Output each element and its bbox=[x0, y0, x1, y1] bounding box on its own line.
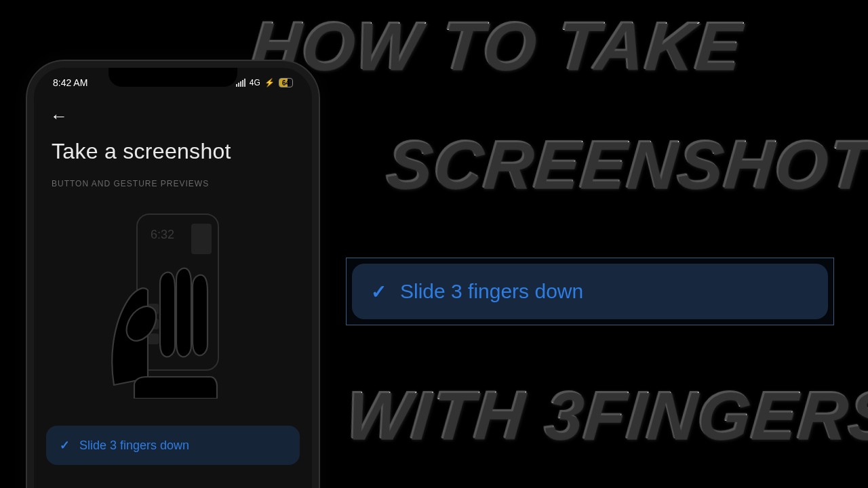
preview-clock: 6:32 bbox=[151, 228, 174, 242]
status-right: 4G ⚡ 64 bbox=[236, 78, 293, 87]
svg-rect-10 bbox=[148, 333, 159, 344]
back-arrow-icon[interactable]: ← bbox=[50, 106, 68, 127]
page-title: Take a screenshot bbox=[34, 132, 312, 176]
thumbnail-title-line3: WITH 3FINGERS bbox=[342, 376, 868, 454]
battery-icon: 64 bbox=[279, 78, 293, 87]
lightning-icon: ⚡ bbox=[264, 78, 275, 87]
svg-rect-1 bbox=[191, 224, 212, 254]
option-label: Slide 3 fingers down bbox=[79, 439, 189, 453]
section-label: BUTTON AND GESTURE PREVIEWS bbox=[34, 176, 312, 202]
signal-icon bbox=[236, 79, 245, 87]
gesture-option-slide-3-fingers[interactable]: ✓ Slide 3 fingers down bbox=[352, 264, 828, 319]
highlight-callout: ✓ Slide 3 fingers down bbox=[346, 258, 834, 325]
thumbnail-title-line2: SCREENSHOT bbox=[383, 125, 868, 203]
thumbnail-title-line1: HOW TO TAKE bbox=[248, 7, 745, 85]
check-icon: ✓ bbox=[60, 438, 70, 453]
highlight-label: Slide 3 fingers down bbox=[400, 280, 583, 303]
phone-notch bbox=[108, 68, 237, 87]
phone-mockup: 8:42 AM 4G ⚡ 64 ← Take a screenshot BUTT… bbox=[27, 61, 319, 488]
network-label: 4G bbox=[250, 78, 260, 87]
status-time: 8:42 AM bbox=[53, 77, 87, 88]
check-icon: ✓ bbox=[371, 281, 387, 303]
gesture-option-slide-3-fingers[interactable]: ✓ Slide 3 fingers down bbox=[46, 426, 300, 465]
gesture-preview-illustration: 6:32 bbox=[81, 202, 264, 399]
